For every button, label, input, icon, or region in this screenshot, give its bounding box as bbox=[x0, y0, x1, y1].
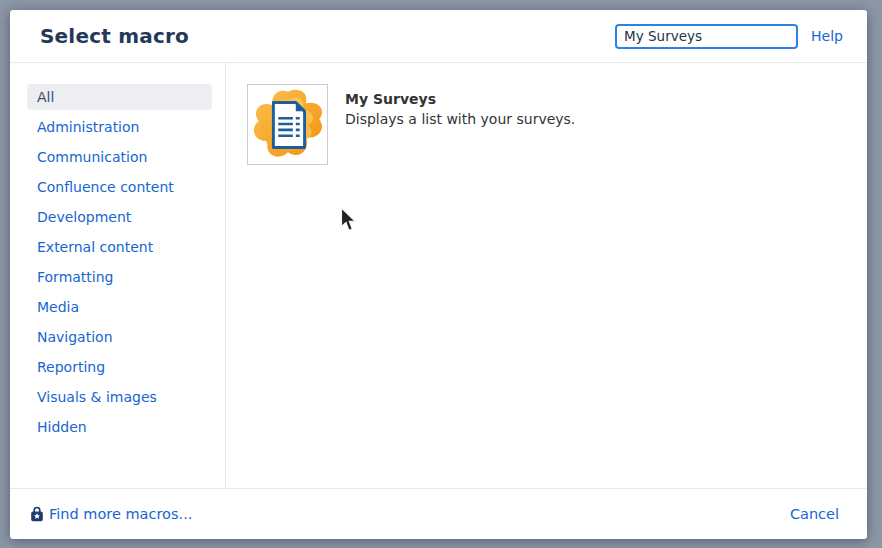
macro-search-input[interactable] bbox=[615, 24, 798, 49]
sidebar-item-formatting[interactable]: Formatting bbox=[27, 264, 212, 290]
dialog-header: Select macro Help bbox=[10, 10, 867, 63]
sidebar-item-external-content[interactable]: External content bbox=[27, 234, 212, 260]
marketplace-bag-icon bbox=[30, 506, 44, 522]
find-more-macros-label: Find more macros... bbox=[49, 506, 192, 522]
macro-text-block: My Surveys Displays a list with your sur… bbox=[328, 84, 575, 127]
cancel-button[interactable]: Cancel bbox=[790, 506, 839, 522]
sidebar-item-visuals-images[interactable]: Visuals & images bbox=[27, 384, 212, 410]
sidebar-item-media[interactable]: Media bbox=[27, 294, 212, 320]
sidebar-item-all[interactable]: All bbox=[27, 84, 212, 110]
category-sidebar: All Administration Communication Conflue… bbox=[10, 63, 226, 488]
macro-icon-frame bbox=[247, 84, 328, 165]
macro-list-item[interactable]: My Surveys Displays a list with your sur… bbox=[247, 84, 847, 165]
sidebar-item-communication[interactable]: Communication bbox=[27, 144, 212, 170]
dialog-body: All Administration Communication Conflue… bbox=[10, 63, 867, 488]
dimmed-page-overlay: { "dialog": { "title": "Select macro" },… bbox=[0, 0, 882, 548]
macro-description: Displays a list with your surveys. bbox=[345, 111, 575, 127]
select-macro-dialog: Select macro Help All Administration Com… bbox=[10, 10, 867, 539]
sidebar-item-administration[interactable]: Administration bbox=[27, 114, 212, 140]
dialog-title: Select macro bbox=[40, 24, 615, 48]
macro-results-panel: My Surveys Displays a list with your sur… bbox=[226, 63, 867, 488]
surveys-macro-icon bbox=[249, 86, 327, 164]
find-more-macros-link[interactable]: Find more macros... bbox=[30, 506, 192, 522]
sidebar-item-development[interactable]: Development bbox=[27, 204, 212, 230]
sidebar-item-reporting[interactable]: Reporting bbox=[27, 354, 212, 380]
sidebar-item-confluence-content[interactable]: Confluence content bbox=[27, 174, 212, 200]
sidebar-item-hidden[interactable]: Hidden bbox=[27, 414, 212, 440]
macro-title: My Surveys bbox=[345, 91, 575, 107]
category-list: All Administration Communication Conflue… bbox=[27, 84, 212, 440]
dialog-footer: Find more macros... Cancel bbox=[10, 488, 867, 539]
sidebar-item-navigation[interactable]: Navigation bbox=[27, 324, 212, 350]
help-link[interactable]: Help bbox=[811, 28, 843, 44]
